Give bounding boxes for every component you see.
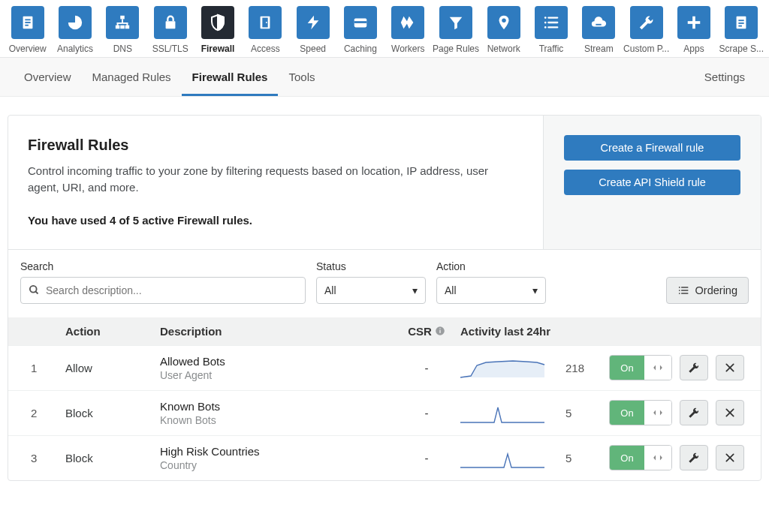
row-csr: - (393, 452, 460, 464)
svg-point-24 (544, 26, 547, 29)
rule-toggle[interactable]: On (609, 400, 672, 425)
page-description: Control incoming traffic to your zone by… (28, 163, 508, 196)
table-row: 3 Block High Risk Countries Country - 5 … (8, 435, 761, 480)
row-subtitle: User Agent (160, 369, 393, 381)
topnav-item-dns[interactable]: DNS (100, 6, 146, 54)
cloud-icon (582, 6, 615, 39)
row-index: 3 (20, 452, 65, 464)
svg-line-33 (35, 291, 38, 293)
row-sparkline (460, 400, 565, 425)
wrench-icon (688, 362, 700, 374)
toggle-on-label: On (610, 401, 644, 425)
topnav-item-custom-p-[interactable]: Custom P... (623, 6, 669, 54)
svg-point-18 (502, 19, 506, 23)
subnav-tab-firewall-rules[interactable]: Firewall Rules (182, 58, 279, 96)
svg-point-38 (678, 290, 680, 291)
topnav-label: DNS (113, 44, 132, 54)
svg-rect-2 (25, 22, 30, 23)
delete-rule-button[interactable] (716, 445, 744, 470)
card-icon (344, 6, 377, 39)
svg-point-39 (678, 293, 680, 294)
table-row: 1 Allow Allowed Bots User Agent - 218 On (8, 345, 761, 390)
topnav-item-network[interactable]: Network (481, 6, 526, 54)
row-subtitle: Known Bots (160, 414, 393, 426)
topnav-item-caching[interactable]: Caching (337, 6, 383, 54)
svg-rect-30 (739, 23, 744, 24)
topnav-item-speed[interactable]: Speed (290, 6, 336, 54)
create-firewall-rule-button[interactable]: Create a Firewall rule (564, 135, 740, 161)
topnav-item-apps[interactable]: Apps (671, 6, 716, 54)
svg-rect-6 (121, 26, 125, 29)
pie-icon (59, 6, 92, 39)
svg-point-22 (544, 17, 547, 19)
search-label: Search (20, 260, 306, 272)
delete-rule-button[interactable] (716, 355, 744, 380)
topnav-item-overview[interactable]: Overview (5, 6, 50, 54)
topnav-item-stream[interactable]: Stream (576, 6, 622, 54)
edit-rule-button[interactable] (680, 355, 708, 380)
topnav-item-ssl-tls[interactable]: SSL/TLS (147, 6, 193, 54)
action-select[interactable]: All ▾ (436, 277, 546, 304)
toggle-on-label: On (610, 446, 644, 470)
topnav-label: Network (487, 44, 520, 54)
row-csr: - (393, 407, 460, 419)
info-icon[interactable] (435, 326, 445, 336)
funnel-icon (439, 6, 472, 39)
row-index: 1 (20, 362, 65, 374)
row-action: Allow (65, 362, 160, 374)
topnav-label: Scrape S... (719, 44, 764, 54)
topnav-label: Overview (9, 44, 47, 54)
svg-rect-10 (117, 23, 119, 26)
rule-toggle[interactable]: On (609, 355, 672, 380)
topnav-item-scrape-s-[interactable]: Scrape S... (719, 6, 764, 54)
subnav-tab-tools[interactable]: Tools (278, 58, 325, 96)
svg-rect-9 (117, 23, 128, 24)
topnav-label: Access (251, 44, 280, 54)
delete-rule-button[interactable] (716, 400, 744, 425)
svg-rect-17 (354, 21, 367, 23)
topnav-item-access[interactable]: Access (243, 6, 288, 54)
workers-icon (391, 6, 424, 39)
row-title: Allowed Bots (160, 355, 393, 368)
ordering-button[interactable]: Ordering (666, 277, 749, 304)
close-icon (725, 362, 735, 373)
search-input[interactable] (46, 284, 297, 296)
topnav-label: Stream (584, 44, 614, 54)
col-csr: CSR (408, 325, 432, 338)
svg-rect-3 (25, 25, 29, 26)
topnav-item-page-rules[interactable]: Page Rules (433, 6, 479, 54)
rule-toggle[interactable]: On (609, 445, 672, 470)
wrench-icon (688, 452, 700, 464)
edit-rule-button[interactable] (680, 400, 708, 425)
topnav-item-firewall[interactable]: Firewall (195, 6, 240, 54)
status-label: Status (316, 260, 426, 272)
col-action: Action (65, 325, 160, 338)
svg-point-15 (266, 22, 267, 23)
topnav-item-workers[interactable]: Workers (385, 6, 431, 54)
subnav-tab-overview[interactable]: Overview (14, 58, 82, 96)
action-value: All (445, 284, 457, 296)
sitemap-icon (106, 6, 139, 39)
doc-icon (11, 6, 44, 39)
wrench-icon (688, 407, 700, 419)
topnav-item-traffic[interactable]: Traffic (528, 6, 574, 54)
toggle-on-label: On (610, 356, 644, 380)
caret-down-icon: ▾ (412, 284, 418, 296)
topnav-label: Page Rules (433, 44, 479, 54)
search-input-wrapper[interactable] (20, 277, 306, 304)
svg-point-32 (30, 286, 37, 293)
topnav-item-analytics[interactable]: Analytics (52, 6, 98, 54)
col-activity: Activity last 24hr (460, 325, 565, 338)
row-sparkline (460, 355, 565, 380)
svg-rect-27 (688, 21, 701, 24)
svg-rect-8 (122, 19, 123, 23)
status-value: All (324, 284, 336, 296)
door-icon (249, 6, 282, 39)
row-count: 5 (565, 452, 608, 464)
subnav-tab-managed-rules[interactable]: Managed Rules (82, 58, 182, 96)
edit-rule-button[interactable] (680, 445, 708, 470)
subnav-settings[interactable]: Settings (694, 58, 755, 96)
ordering-label: Ordering (695, 284, 737, 296)
status-select[interactable]: All ▾ (316, 277, 426, 304)
create-api-shield-rule-button[interactable]: Create API Shield rule (564, 170, 740, 195)
